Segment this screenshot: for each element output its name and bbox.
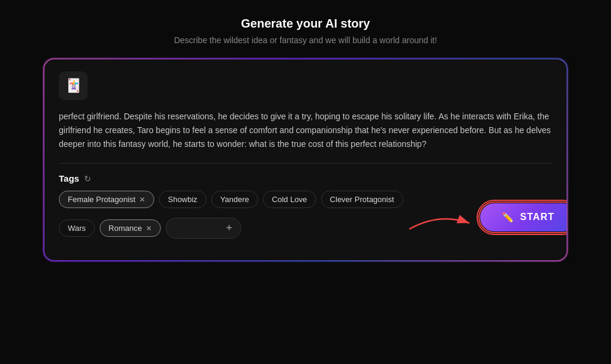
divider <box>59 163 552 164</box>
tags-label: Tags <box>59 173 79 183</box>
tags-section: Tags ↻ Female Protagonist ✕ Showbiz <box>59 173 552 243</box>
tags-row-1: Female Protagonist ✕ Showbiz Yandere Col… <box>59 191 403 208</box>
tag-label: Yandere <box>220 195 249 204</box>
story-body-text: perfect girlfriend. Despite his reservat… <box>59 110 552 151</box>
start-icon: ✏️ <box>502 212 514 223</box>
tag-label: Clever Protagonist <box>330 195 394 204</box>
tag-yandere[interactable]: Yandere <box>211 191 258 208</box>
tag-cold-love[interactable]: Cold Love <box>263 191 316 208</box>
tags-header: Tags ↻ <box>59 173 552 183</box>
add-tag-icon[interactable]: + <box>226 222 233 234</box>
tag-input[interactable] <box>175 224 223 233</box>
tag-showbiz[interactable]: Showbiz <box>159 191 206 208</box>
tag-female-protagonist[interactable]: Female Protagonist ✕ <box>59 191 154 208</box>
tags-and-start-row: Female Protagonist ✕ Showbiz Yandere Col… <box>59 191 552 243</box>
tag-label: Cold Love <box>272 195 307 204</box>
card-icon: 🃏 <box>59 71 88 100</box>
tag-romance[interactable]: Romance ✕ <box>100 219 161 237</box>
tag-label: Romance <box>109 224 142 233</box>
dice-icon: 🃏 <box>65 78 82 94</box>
page-title: Generate your AI story <box>241 17 370 31</box>
tags-row-2: Wars Romance ✕ + <box>59 218 403 239</box>
story-card: 🃏 perfect girlfriend. Despite his reserv… <box>44 59 567 260</box>
tag-label: Wars <box>68 224 86 233</box>
tag-clever-protagonist[interactable]: Clever Protagonist <box>321 191 403 208</box>
tag-input-wrapper[interactable]: + <box>166 218 242 239</box>
main-card-wrapper: 🃏 perfect girlfriend. Despite his reserv… <box>44 59 567 260</box>
page-subtitle: Describe the wildest idea or fantasy and… <box>174 35 437 45</box>
arrow-annotation <box>403 206 475 236</box>
tag-wars[interactable]: Wars <box>59 219 95 237</box>
tag-label: Female Protagonist <box>68 195 136 204</box>
start-button-wrapper: ✏️ START <box>480 203 567 231</box>
tag-remove-romance-icon[interactable]: ✕ <box>146 224 152 233</box>
tag-label: Showbiz <box>168 195 197 204</box>
refresh-icon[interactable]: ↻ <box>84 174 91 183</box>
tag-remove-icon[interactable]: ✕ <box>139 195 145 204</box>
start-label: START <box>520 212 555 222</box>
start-button[interactable]: ✏️ START <box>480 203 567 231</box>
